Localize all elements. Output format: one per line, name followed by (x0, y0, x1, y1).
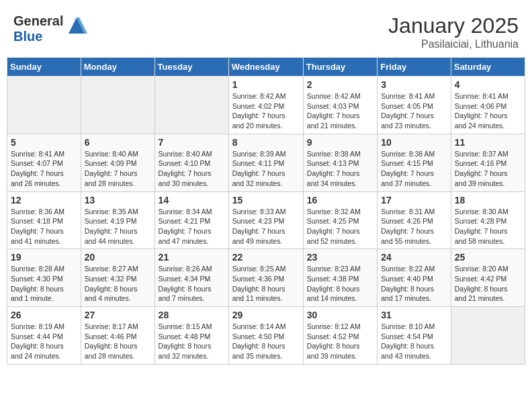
calendar-cell: 5Sunrise: 8:41 AMSunset: 4:07 PMDaylight… (7, 134, 81, 191)
day-number: 23 (307, 252, 373, 263)
day-number: 26 (11, 310, 77, 320)
calendar-cell: 30Sunrise: 8:12 AMSunset: 4:52 PMDayligh… (303, 307, 377, 365)
calendar-table: SundayMondayTuesdayWednesdayThursdayFrid… (7, 57, 525, 365)
day-number: 8 (232, 137, 300, 148)
day-info: Sunrise: 8:27 AMSunset: 4:32 PMDaylight:… (85, 264, 151, 304)
day-info: Sunrise: 8:32 AMSunset: 4:25 PMDaylight:… (307, 207, 373, 246)
calendar-cell: 15Sunrise: 8:33 AMSunset: 4:23 PMDayligh… (228, 191, 303, 249)
calendar-week-row: 19Sunrise: 8:28 AMSunset: 4:30 PMDayligh… (7, 249, 525, 307)
calendar-cell: 29Sunrise: 8:14 AMSunset: 4:50 PMDayligh… (228, 307, 303, 365)
calendar-cell (154, 77, 228, 134)
day-number: 15 (232, 195, 300, 205)
weekday-header-wednesday: Wednesday (228, 58, 303, 77)
weekday-header-monday: Monday (81, 58, 154, 77)
logo-icon (66, 15, 87, 36)
logo: General Blue (13, 13, 87, 44)
day-info: Sunrise: 8:14 AMSunset: 4:50 PMDaylight:… (232, 322, 300, 361)
calendar-cell: 25Sunrise: 8:20 AMSunset: 4:42 PMDayligh… (451, 249, 525, 307)
weekday-header-sunday: Sunday (7, 58, 81, 77)
day-info: Sunrise: 8:40 AMSunset: 4:10 PMDaylight:… (159, 149, 225, 189)
day-number: 4 (455, 79, 521, 90)
weekday-header-tuesday: Tuesday (154, 58, 228, 77)
day-number: 29 (232, 310, 300, 320)
calendar-week-row: 1Sunrise: 8:42 AMSunset: 4:02 PMDaylight… (7, 77, 525, 134)
calendar-week-row: 12Sunrise: 8:36 AMSunset: 4:18 PMDayligh… (7, 191, 525, 249)
day-info: Sunrise: 8:41 AMSunset: 4:05 PMDaylight:… (381, 91, 447, 131)
day-info: Sunrise: 8:23 AMSunset: 4:38 PMDaylight:… (307, 264, 373, 304)
logo-general: General (13, 13, 63, 28)
day-number: 28 (159, 310, 225, 320)
day-info: Sunrise: 8:17 AMSunset: 4:46 PMDaylight:… (85, 322, 151, 361)
day-number: 5 (11, 137, 77, 148)
calendar-week-row: 5Sunrise: 8:41 AMSunset: 4:07 PMDaylight… (7, 134, 525, 191)
page-header: General Blue January 2025 Pasilaiciai, L… (7, 7, 525, 54)
calendar-cell: 17Sunrise: 8:31 AMSunset: 4:26 PMDayligh… (378, 191, 451, 249)
day-info: Sunrise: 8:41 AMSunset: 4:06 PMDaylight:… (455, 91, 521, 131)
day-number: 10 (381, 137, 447, 148)
calendar-cell: 22Sunrise: 8:25 AMSunset: 4:36 PMDayligh… (228, 249, 303, 307)
calendar-cell: 28Sunrise: 8:15 AMSunset: 4:48 PMDayligh… (154, 307, 228, 365)
day-info: Sunrise: 8:35 AMSunset: 4:19 PMDaylight:… (85, 207, 151, 246)
calendar-cell: 7Sunrise: 8:40 AMSunset: 4:10 PMDaylight… (154, 134, 228, 191)
day-number: 7 (159, 137, 225, 148)
logo-blue: Blue (13, 29, 42, 44)
day-number: 1 (232, 79, 300, 90)
calendar-cell (7, 77, 81, 134)
day-info: Sunrise: 8:38 AMSunset: 4:13 PMDaylight:… (307, 149, 373, 189)
day-number: 9 (307, 137, 373, 148)
calendar-cell: 1Sunrise: 8:42 AMSunset: 4:02 PMDaylight… (228, 77, 303, 134)
month-year-title: January 2025 (388, 13, 519, 38)
day-info: Sunrise: 8:40 AMSunset: 4:09 PMDaylight:… (85, 149, 151, 189)
calendar-cell: 31Sunrise: 8:10 AMSunset: 4:54 PMDayligh… (378, 307, 451, 365)
day-number: 19 (11, 252, 77, 263)
calendar-cell: 10Sunrise: 8:38 AMSunset: 4:15 PMDayligh… (378, 134, 451, 191)
day-info: Sunrise: 8:10 AMSunset: 4:54 PMDaylight:… (381, 322, 447, 361)
day-info: Sunrise: 8:20 AMSunset: 4:42 PMDaylight:… (455, 264, 521, 304)
day-info: Sunrise: 8:28 AMSunset: 4:30 PMDaylight:… (11, 264, 77, 304)
day-number: 11 (455, 137, 521, 148)
calendar-cell (451, 307, 525, 365)
day-info: Sunrise: 8:26 AMSunset: 4:34 PMDaylight:… (159, 264, 225, 304)
calendar-cell: 14Sunrise: 8:34 AMSunset: 4:21 PMDayligh… (154, 191, 228, 249)
calendar-cell: 13Sunrise: 8:35 AMSunset: 4:19 PMDayligh… (81, 191, 154, 249)
day-info: Sunrise: 8:12 AMSunset: 4:52 PMDaylight:… (307, 322, 373, 361)
day-info: Sunrise: 8:42 AMSunset: 4:02 PMDaylight:… (232, 91, 300, 131)
location-subtitle: Pasilaiciai, Lithuania (388, 38, 519, 50)
day-number: 21 (159, 252, 225, 263)
day-number: 16 (307, 195, 373, 205)
calendar-cell: 11Sunrise: 8:37 AMSunset: 4:16 PMDayligh… (451, 134, 525, 191)
weekday-header-saturday: Saturday (451, 58, 525, 77)
day-number: 17 (381, 195, 447, 205)
calendar-cell (81, 77, 154, 134)
day-number: 22 (232, 252, 300, 263)
day-info: Sunrise: 8:15 AMSunset: 4:48 PMDaylight:… (159, 322, 225, 361)
day-number: 31 (381, 310, 447, 320)
calendar-cell: 6Sunrise: 8:40 AMSunset: 4:09 PMDaylight… (81, 134, 154, 191)
day-number: 2 (307, 79, 373, 90)
day-info: Sunrise: 8:36 AMSunset: 4:18 PMDaylight:… (11, 207, 77, 246)
day-info: Sunrise: 8:22 AMSunset: 4:40 PMDaylight:… (381, 264, 447, 304)
day-number: 18 (455, 195, 521, 205)
calendar-cell: 21Sunrise: 8:26 AMSunset: 4:34 PMDayligh… (154, 249, 228, 307)
calendar-cell: 19Sunrise: 8:28 AMSunset: 4:30 PMDayligh… (7, 249, 81, 307)
calendar-cell: 26Sunrise: 8:19 AMSunset: 4:44 PMDayligh… (7, 307, 81, 365)
day-number: 13 (85, 195, 151, 205)
weekday-header-row: SundayMondayTuesdayWednesdayThursdayFrid… (7, 58, 525, 77)
calendar-cell: 18Sunrise: 8:30 AMSunset: 4:28 PMDayligh… (451, 191, 525, 249)
day-info: Sunrise: 8:25 AMSunset: 4:36 PMDaylight:… (232, 264, 300, 304)
weekday-header-thursday: Thursday (303, 58, 377, 77)
day-number: 24 (381, 252, 447, 263)
weekday-header-friday: Friday (378, 58, 451, 77)
day-number: 27 (85, 310, 151, 320)
day-info: Sunrise: 8:33 AMSunset: 4:23 PMDaylight:… (232, 207, 300, 246)
calendar-cell: 12Sunrise: 8:36 AMSunset: 4:18 PMDayligh… (7, 191, 81, 249)
calendar-cell: 3Sunrise: 8:41 AMSunset: 4:05 PMDaylight… (378, 77, 451, 134)
logo-text: General Blue (13, 13, 63, 44)
day-info: Sunrise: 8:42 AMSunset: 4:03 PMDaylight:… (307, 91, 373, 131)
calendar-cell: 23Sunrise: 8:23 AMSunset: 4:38 PMDayligh… (303, 249, 377, 307)
calendar-cell: 9Sunrise: 8:38 AMSunset: 4:13 PMDaylight… (303, 134, 377, 191)
title-block: January 2025 Pasilaiciai, Lithuania (388, 13, 519, 50)
calendar-cell: 8Sunrise: 8:39 AMSunset: 4:11 PMDaylight… (228, 134, 303, 191)
day-info: Sunrise: 8:30 AMSunset: 4:28 PMDaylight:… (455, 207, 521, 246)
day-info: Sunrise: 8:39 AMSunset: 4:11 PMDaylight:… (232, 149, 300, 189)
